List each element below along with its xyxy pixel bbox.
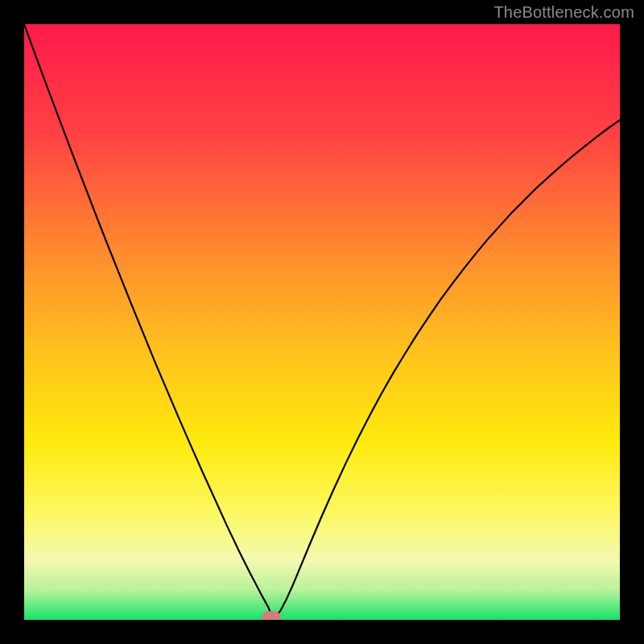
plot-area <box>24 24 620 620</box>
chart-svg <box>24 24 620 620</box>
gradient-background <box>24 24 620 620</box>
watermark-text: TheBottleneck.com <box>493 3 634 22</box>
outer-black-frame: TheBottleneck.com <box>0 0 644 644</box>
